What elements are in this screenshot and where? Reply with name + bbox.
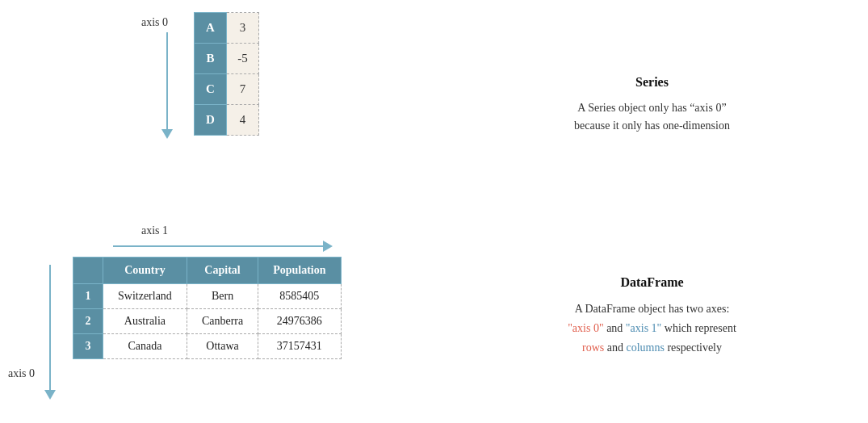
df-population-2: 24976386 [258,309,341,334]
dataframe-description-text: A DataFrame object has two axes: "axis 0… [568,299,736,357]
df-desc-axis0: "axis 0" [568,322,603,334]
df-capital-1: Bern [187,284,258,309]
table-row: B -5 [195,44,259,74]
series-value-c: 7 [227,74,259,105]
series-table: A 3 B -5 C 7 D 4 [194,12,259,136]
dataframe-axis1-label: axis 1 [141,224,168,237]
df-country-1: Switzerland [103,284,187,309]
series-index-d: D [195,105,227,136]
series-diagram: axis 0 A 3 B -5 C 7 [0,0,436,210]
df-desc-which: which represent [661,322,736,334]
table-row: D 4 [195,105,259,136]
df-desc-columns: columns [626,341,664,354]
dataframe-description: DataFrame A DataFrame object has two axe… [436,210,868,423]
dataframe-diagram: axis 1 axis 0 Country Capital Populati [0,210,436,423]
df-idx-1: 1 [73,284,103,309]
df-capital-3: Ottawa [187,334,258,359]
table-row: 1 Switzerland Bern 8585405 [73,284,342,309]
df-idx-3: 3 [73,334,103,359]
series-title: Series [635,75,669,90]
df-header-capital: Capital [187,258,258,284]
df-population-1: 8585405 [258,284,341,309]
table-row: 2 Australia Canberra 24976386 [73,309,342,334]
df-desc-rows: rows [582,341,604,354]
df-idx-2: 2 [73,309,103,334]
top-half: axis 0 A 3 B -5 C 7 [0,0,868,210]
df-population-3: 37157431 [258,334,341,359]
df-desc-axis1: "axis 1" [626,322,661,334]
dataframe-title: DataFrame [620,275,683,290]
series-index-a: A [195,13,227,44]
df-header-empty [73,258,103,284]
dataframe-axis0-label: axis 0 [8,367,35,380]
table-header-row: Country Capital Population [73,258,342,284]
series-value-b: -5 [227,44,259,74]
page: axis 0 A 3 B -5 C 7 [0,0,868,423]
df-desc-line1: A DataFrame object has two axes: [575,303,730,315]
axis1-arrow-line [113,245,323,247]
series-description-text: A Series object only has “axis 0” becaus… [574,99,730,136]
df-header-country: Country [103,258,187,284]
df-desc-and2: and [604,341,626,354]
axis0-arrow-head [44,390,56,400]
series-description: Series A Series object only has “axis 0”… [436,0,868,210]
axis1-arrow-head [323,241,333,252]
series-axis0-arrow [161,32,173,139]
df-country-3: Canada [103,334,187,359]
series-axis0-label: axis 0 [141,16,168,29]
df-capital-2: Canberra [187,309,258,334]
series-arrow-head [161,129,173,139]
series-index-c: C [195,74,227,105]
dataframe-axis0-arrow [44,265,56,400]
df-desc-respectively: respectively [665,341,722,354]
series-desc-line2: because it only has one-dimension [574,119,730,132]
bottom-half: axis 1 axis 0 Country Capital Populati [0,210,868,423]
axis0-arrow-line [49,265,51,390]
series-index-b: B [195,44,227,74]
df-header-population: Population [258,258,341,284]
table-row: A 3 [195,13,259,44]
series-desc-line1: A Series object only has “axis 0” [577,102,726,114]
df-desc-and: and [604,322,626,334]
series-value-a: 3 [227,13,259,44]
dataframe-axis1-arrow [113,241,333,252]
dataframe-table: Country Capital Population 1 Switzerland… [73,257,342,359]
table-row: 3 Canada Ottawa 37157431 [73,334,342,359]
df-country-2: Australia [103,309,187,334]
series-value-d: 4 [227,105,259,136]
table-row: C 7 [195,74,259,105]
series-arrow-line [166,32,168,129]
